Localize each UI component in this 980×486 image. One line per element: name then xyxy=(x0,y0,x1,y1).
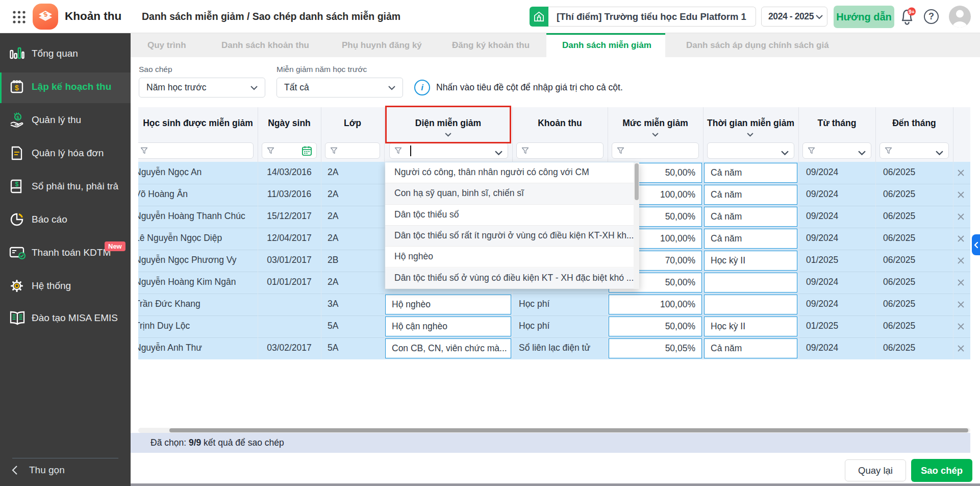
svg-text:$: $ xyxy=(15,84,19,92)
svg-text:$: $ xyxy=(15,181,19,188)
svg-text:9+: 9+ xyxy=(909,9,915,15)
svg-text:$: $ xyxy=(16,114,19,120)
